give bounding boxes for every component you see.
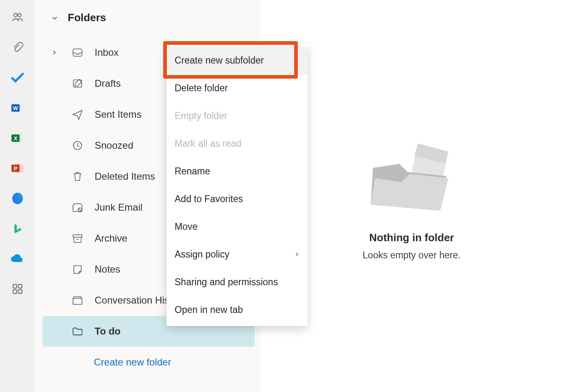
folder-icon (72, 326, 95, 337)
context-item-label: Assign policy (175, 249, 229, 260)
todo-icon[interactable] (10, 70, 25, 86)
context-mark-all-read: Mark all as read (166, 130, 308, 157)
folder-label: Inbox (95, 47, 119, 58)
svg-point-1 (18, 13, 21, 17)
onedrive-icon[interactable] (10, 251, 25, 266)
context-sharing-permissions[interactable]: Sharing and permissions (166, 268, 308, 296)
svg-text:W: W (13, 105, 18, 111)
chevron-down-icon (51, 14, 59, 22)
context-item-label: Create new subfolder (175, 55, 264, 66)
excel-icon[interactable]: X (10, 130, 25, 146)
folder-label: Deleted Items (95, 171, 155, 182)
context-move[interactable]: Move (166, 213, 308, 240)
context-rename[interactable]: Rename (166, 157, 308, 185)
attachment-icon[interactable] (10, 40, 25, 55)
empty-folder-illustration (361, 131, 463, 221)
svg-text:X: X (14, 135, 18, 141)
chevron-right-icon (294, 251, 300, 258)
folder-label: Snoozed (95, 140, 133, 151)
svg-rect-15 (73, 49, 82, 56)
folder-label: Junk Email (95, 202, 142, 213)
context-item-label: Move (175, 221, 197, 232)
context-add-favorites[interactable]: Add to Favorites (166, 185, 308, 213)
context-open-new-tab[interactable]: Open in new tab (166, 296, 308, 324)
context-empty-folder: Empty folder (166, 102, 308, 130)
context-menu: Create new subfolder Delete folder Empty… (166, 44, 308, 326)
context-create-subfolder[interactable]: Create new subfolder (166, 46, 308, 74)
archive-icon (72, 233, 95, 244)
snoozed-icon (72, 140, 95, 151)
svg-rect-12 (18, 284, 22, 288)
context-delete-folder[interactable]: Delete folder (166, 74, 308, 102)
folder-label: Archive (95, 233, 127, 244)
bing-icon[interactable] (10, 221, 25, 236)
deleted-icon (72, 171, 95, 182)
empty-subtitle: Looks empty over here. (363, 250, 461, 261)
svg-rect-11 (13, 284, 17, 288)
drafts-icon (72, 78, 95, 89)
svg-rect-19 (73, 235, 82, 237)
folders-header-label: Folders (68, 11, 106, 24)
sent-icon (72, 109, 95, 120)
word-icon[interactable]: W (10, 100, 25, 116)
svg-rect-14 (18, 290, 22, 293)
conversation-icon (72, 295, 95, 306)
folder-label: To do (95, 326, 121, 337)
junk-icon (72, 202, 95, 213)
powerpoint-icon[interactable]: P (10, 161, 25, 176)
svg-point-0 (14, 13, 17, 17)
folders-header[interactable]: Folders (35, 7, 260, 28)
context-item-label: Add to Favorites (175, 194, 243, 205)
people-icon[interactable] (10, 10, 25, 25)
folder-pane: Folders Inbox Drafts Sent Items (35, 0, 260, 392)
chevron-right-icon[interactable] (51, 49, 72, 56)
create-folder-label: Create new folder (94, 357, 171, 368)
folder-label: Sent Items (95, 109, 142, 120)
context-item-label: Delete folder (175, 83, 228, 94)
context-item-label: Sharing and permissions (175, 277, 278, 288)
context-item-label: Empty folder (175, 110, 227, 121)
context-assign-policy[interactable]: Assign policy (166, 240, 308, 268)
svg-rect-13 (13, 290, 17, 293)
create-new-folder-link[interactable]: Create new folder (35, 347, 260, 378)
more-apps-icon[interactable] (10, 281, 25, 297)
context-item-label: Rename (175, 166, 210, 177)
notes-icon (72, 264, 95, 275)
viva-icon[interactable] (10, 191, 25, 206)
context-item-label: Mark all as read (175, 138, 242, 149)
app-rail: W X P (0, 0, 35, 392)
folder-label: Notes (95, 264, 120, 275)
folder-label: Drafts (95, 78, 121, 89)
svg-text:P: P (14, 165, 18, 172)
inbox-icon (72, 47, 95, 58)
context-item-label: Open in new tab (175, 304, 243, 315)
empty-title: Nothing in folder (369, 231, 454, 244)
